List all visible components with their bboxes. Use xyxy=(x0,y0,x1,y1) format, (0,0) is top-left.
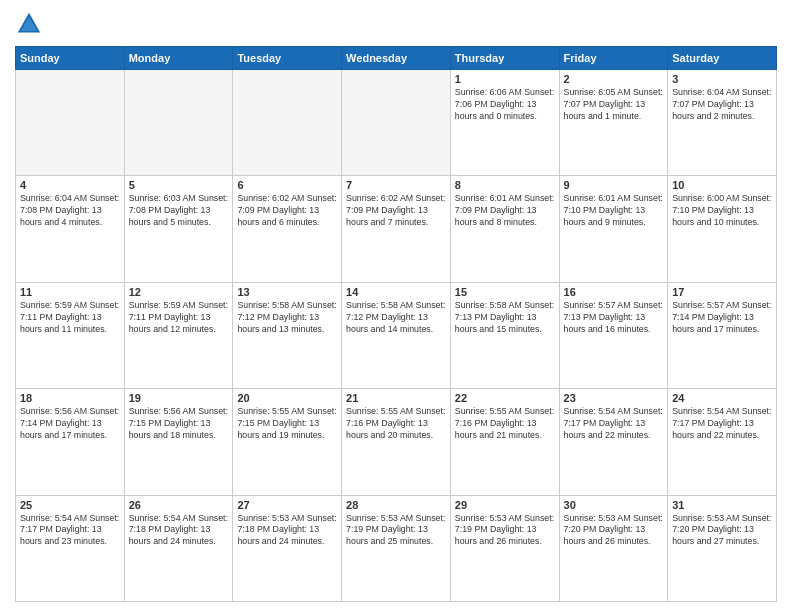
day-number: 20 xyxy=(237,392,337,404)
day-number: 1 xyxy=(455,73,555,85)
day-number: 31 xyxy=(672,499,772,511)
day-number: 28 xyxy=(346,499,446,511)
calendar-week-row-2: 4Sunrise: 6:04 AM Sunset: 7:08 PM Daylig… xyxy=(16,176,777,282)
calendar-cell: 24Sunrise: 5:54 AM Sunset: 7:17 PM Dayli… xyxy=(668,389,777,495)
calendar-cell: 11Sunrise: 5:59 AM Sunset: 7:11 PM Dayli… xyxy=(16,282,125,388)
calendar-cell: 20Sunrise: 5:55 AM Sunset: 7:15 PM Dayli… xyxy=(233,389,342,495)
day-number: 30 xyxy=(564,499,664,511)
weekday-header-saturday: Saturday xyxy=(668,47,777,70)
day-info: Sunrise: 5:53 AM Sunset: 7:19 PM Dayligh… xyxy=(346,513,446,549)
header xyxy=(15,10,777,38)
calendar-cell: 29Sunrise: 5:53 AM Sunset: 7:19 PM Dayli… xyxy=(450,495,559,601)
day-number: 4 xyxy=(20,179,120,191)
day-info: Sunrise: 5:53 AM Sunset: 7:20 PM Dayligh… xyxy=(672,513,772,549)
calendar-cell: 18Sunrise: 5:56 AM Sunset: 7:14 PM Dayli… xyxy=(16,389,125,495)
calendar-cell xyxy=(124,70,233,176)
day-number: 21 xyxy=(346,392,446,404)
weekday-header-sunday: Sunday xyxy=(16,47,125,70)
day-number: 5 xyxy=(129,179,229,191)
calendar-cell xyxy=(16,70,125,176)
calendar-cell: 3Sunrise: 6:04 AM Sunset: 7:07 PM Daylig… xyxy=(668,70,777,176)
calendar-cell: 26Sunrise: 5:54 AM Sunset: 7:18 PM Dayli… xyxy=(124,495,233,601)
calendar-cell: 16Sunrise: 5:57 AM Sunset: 7:13 PM Dayli… xyxy=(559,282,668,388)
day-info: Sunrise: 5:55 AM Sunset: 7:16 PM Dayligh… xyxy=(455,406,555,442)
logo xyxy=(15,10,47,38)
day-info: Sunrise: 5:54 AM Sunset: 7:17 PM Dayligh… xyxy=(564,406,664,442)
day-number: 11 xyxy=(20,286,120,298)
day-number: 18 xyxy=(20,392,120,404)
day-number: 24 xyxy=(672,392,772,404)
day-info: Sunrise: 5:55 AM Sunset: 7:16 PM Dayligh… xyxy=(346,406,446,442)
weekday-header-row: SundayMondayTuesdayWednesdayThursdayFrid… xyxy=(16,47,777,70)
day-number: 2 xyxy=(564,73,664,85)
day-info: Sunrise: 5:55 AM Sunset: 7:15 PM Dayligh… xyxy=(237,406,337,442)
calendar-cell: 8Sunrise: 6:01 AM Sunset: 7:09 PM Daylig… xyxy=(450,176,559,282)
day-number: 6 xyxy=(237,179,337,191)
calendar-cell: 10Sunrise: 6:00 AM Sunset: 7:10 PM Dayli… xyxy=(668,176,777,282)
day-info: Sunrise: 5:58 AM Sunset: 7:12 PM Dayligh… xyxy=(237,300,337,336)
day-info: Sunrise: 6:00 AM Sunset: 7:10 PM Dayligh… xyxy=(672,193,772,229)
day-number: 25 xyxy=(20,499,120,511)
calendar-week-row-5: 25Sunrise: 5:54 AM Sunset: 7:17 PM Dayli… xyxy=(16,495,777,601)
calendar-cell: 13Sunrise: 5:58 AM Sunset: 7:12 PM Dayli… xyxy=(233,282,342,388)
day-number: 3 xyxy=(672,73,772,85)
calendar-table: SundayMondayTuesdayWednesdayThursdayFrid… xyxy=(15,46,777,602)
calendar-cell: 12Sunrise: 5:59 AM Sunset: 7:11 PM Dayli… xyxy=(124,282,233,388)
logo-icon xyxy=(15,10,43,38)
day-info: Sunrise: 6:03 AM Sunset: 7:08 PM Dayligh… xyxy=(129,193,229,229)
calendar-week-row-1: 1Sunrise: 6:06 AM Sunset: 7:06 PM Daylig… xyxy=(16,70,777,176)
calendar-cell: 30Sunrise: 5:53 AM Sunset: 7:20 PM Dayli… xyxy=(559,495,668,601)
weekday-header-thursday: Thursday xyxy=(450,47,559,70)
day-info: Sunrise: 5:58 AM Sunset: 7:12 PM Dayligh… xyxy=(346,300,446,336)
day-info: Sunrise: 6:01 AM Sunset: 7:10 PM Dayligh… xyxy=(564,193,664,229)
calendar-cell: 27Sunrise: 5:53 AM Sunset: 7:18 PM Dayli… xyxy=(233,495,342,601)
calendar-cell: 14Sunrise: 5:58 AM Sunset: 7:12 PM Dayli… xyxy=(342,282,451,388)
day-info: Sunrise: 6:04 AM Sunset: 7:07 PM Dayligh… xyxy=(672,87,772,123)
calendar-cell: 28Sunrise: 5:53 AM Sunset: 7:19 PM Dayli… xyxy=(342,495,451,601)
calendar-cell: 9Sunrise: 6:01 AM Sunset: 7:10 PM Daylig… xyxy=(559,176,668,282)
day-number: 10 xyxy=(672,179,772,191)
calendar-cell: 7Sunrise: 6:02 AM Sunset: 7:09 PM Daylig… xyxy=(342,176,451,282)
day-number: 7 xyxy=(346,179,446,191)
calendar-cell: 22Sunrise: 5:55 AM Sunset: 7:16 PM Dayli… xyxy=(450,389,559,495)
day-number: 27 xyxy=(237,499,337,511)
calendar-cell: 1Sunrise: 6:06 AM Sunset: 7:06 PM Daylig… xyxy=(450,70,559,176)
weekday-header-friday: Friday xyxy=(559,47,668,70)
weekday-header-wednesday: Wednesday xyxy=(342,47,451,70)
calendar-cell: 19Sunrise: 5:56 AM Sunset: 7:15 PM Dayli… xyxy=(124,389,233,495)
calendar-cell: 2Sunrise: 6:05 AM Sunset: 7:07 PM Daylig… xyxy=(559,70,668,176)
day-number: 13 xyxy=(237,286,337,298)
calendar-cell: 5Sunrise: 6:03 AM Sunset: 7:08 PM Daylig… xyxy=(124,176,233,282)
day-info: Sunrise: 5:56 AM Sunset: 7:15 PM Dayligh… xyxy=(129,406,229,442)
weekday-header-tuesday: Tuesday xyxy=(233,47,342,70)
day-info: Sunrise: 5:59 AM Sunset: 7:11 PM Dayligh… xyxy=(20,300,120,336)
day-number: 19 xyxy=(129,392,229,404)
calendar-cell: 6Sunrise: 6:02 AM Sunset: 7:09 PM Daylig… xyxy=(233,176,342,282)
day-info: Sunrise: 6:02 AM Sunset: 7:09 PM Dayligh… xyxy=(237,193,337,229)
day-number: 15 xyxy=(455,286,555,298)
day-info: Sunrise: 5:59 AM Sunset: 7:11 PM Dayligh… xyxy=(129,300,229,336)
day-number: 22 xyxy=(455,392,555,404)
day-number: 8 xyxy=(455,179,555,191)
day-number: 16 xyxy=(564,286,664,298)
calendar-cell xyxy=(342,70,451,176)
calendar-cell: 15Sunrise: 5:58 AM Sunset: 7:13 PM Dayli… xyxy=(450,282,559,388)
day-info: Sunrise: 6:06 AM Sunset: 7:06 PM Dayligh… xyxy=(455,87,555,123)
calendar-cell: 31Sunrise: 5:53 AM Sunset: 7:20 PM Dayli… xyxy=(668,495,777,601)
day-info: Sunrise: 5:53 AM Sunset: 7:18 PM Dayligh… xyxy=(237,513,337,549)
day-info: Sunrise: 5:57 AM Sunset: 7:14 PM Dayligh… xyxy=(672,300,772,336)
day-info: Sunrise: 5:56 AM Sunset: 7:14 PM Dayligh… xyxy=(20,406,120,442)
day-info: Sunrise: 6:05 AM Sunset: 7:07 PM Dayligh… xyxy=(564,87,664,123)
calendar-week-row-4: 18Sunrise: 5:56 AM Sunset: 7:14 PM Dayli… xyxy=(16,389,777,495)
day-info: Sunrise: 5:57 AM Sunset: 7:13 PM Dayligh… xyxy=(564,300,664,336)
day-info: Sunrise: 5:54 AM Sunset: 7:17 PM Dayligh… xyxy=(20,513,120,549)
calendar-cell: 23Sunrise: 5:54 AM Sunset: 7:17 PM Dayli… xyxy=(559,389,668,495)
day-number: 29 xyxy=(455,499,555,511)
day-info: Sunrise: 5:54 AM Sunset: 7:18 PM Dayligh… xyxy=(129,513,229,549)
calendar-cell: 21Sunrise: 5:55 AM Sunset: 7:16 PM Dayli… xyxy=(342,389,451,495)
day-number: 17 xyxy=(672,286,772,298)
calendar-cell xyxy=(233,70,342,176)
weekday-header-monday: Monday xyxy=(124,47,233,70)
day-number: 12 xyxy=(129,286,229,298)
day-number: 26 xyxy=(129,499,229,511)
